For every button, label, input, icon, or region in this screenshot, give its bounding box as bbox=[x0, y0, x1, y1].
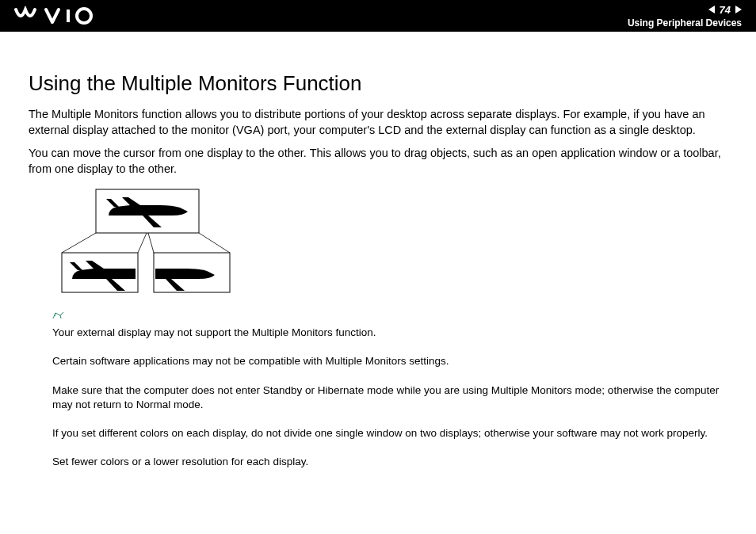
note-icon bbox=[52, 310, 727, 324]
header: 74 Using Peripheral Devices bbox=[0, 0, 756, 32]
paragraph: You can move the cursor from one display… bbox=[29, 146, 727, 177]
section-label: Using Peripheral Devices bbox=[628, 17, 742, 29]
note-text: Certain software applications may not be… bbox=[52, 354, 727, 368]
page-number: 74 bbox=[720, 4, 731, 16]
paragraph: The Multiple Monitors function allows yo… bbox=[29, 107, 727, 138]
multi-monitor-diagram bbox=[52, 188, 727, 302]
note-text: Make sure that the computer does not ent… bbox=[52, 383, 727, 412]
svg-line-5 bbox=[148, 233, 154, 253]
svg-line-4 bbox=[138, 233, 147, 253]
header-right: 74 Using Peripheral Devices bbox=[628, 4, 742, 29]
page-title: Using the Multiple Monitors Function bbox=[29, 71, 727, 96]
prev-page-icon[interactable] bbox=[708, 6, 715, 13]
svg-line-3 bbox=[62, 233, 96, 253]
next-page-icon[interactable] bbox=[735, 6, 742, 13]
svg-rect-0 bbox=[67, 10, 70, 22]
page-content: Using the Multiple Monitors Function The… bbox=[0, 32, 756, 470]
page-nav: 74 bbox=[708, 4, 742, 16]
vaio-logo bbox=[14, 6, 101, 25]
svg-line-6 bbox=[199, 233, 230, 253]
svg-point-1 bbox=[77, 9, 91, 23]
note-text: Set fewer colors or a lower resolution f… bbox=[52, 455, 727, 469]
note-text: If you set different colors on each disp… bbox=[52, 426, 727, 441]
note-text: Your external display may not support th… bbox=[52, 326, 727, 340]
